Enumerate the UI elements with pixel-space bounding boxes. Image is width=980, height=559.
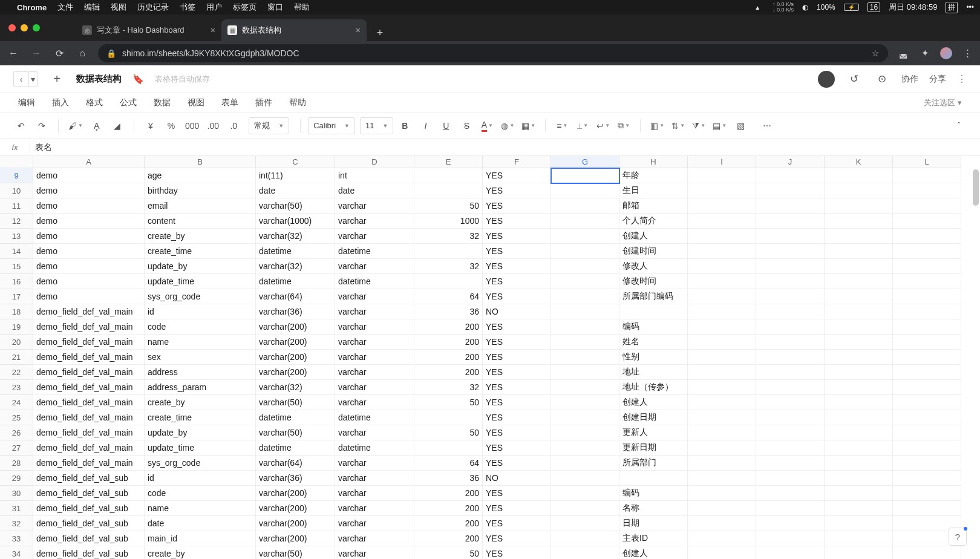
cell[interactable]: email	[145, 198, 256, 214]
extensions-icon[interactable]: ✦	[918, 48, 932, 59]
cell[interactable]: demo_field_def_val_main	[33, 350, 145, 365]
back-button[interactable]: ←	[6, 48, 21, 59]
cell[interactable]: create_by	[145, 395, 256, 410]
cell[interactable]: date	[256, 183, 335, 198]
cell[interactable]	[893, 365, 961, 380]
cell[interactable]	[688, 365, 756, 380]
forward-button[interactable]: →	[29, 48, 44, 59]
cell[interactable]: YES	[483, 244, 551, 259]
cell[interactable]: YES	[483, 501, 551, 516]
decrease-decimal-button[interactable]: .0	[224, 117, 243, 135]
row-header[interactable]: 33	[0, 531, 33, 546]
cell[interactable]	[825, 471, 893, 486]
cell[interactable]	[893, 440, 961, 456]
cell[interactable]: varchar(200)	[256, 516, 335, 531]
cell[interactable]: datetime	[335, 410, 414, 425]
help-button[interactable]: ?	[949, 528, 967, 546]
cell[interactable]	[688, 289, 756, 304]
cell[interactable]: demo_field_def_val_sub	[33, 546, 145, 559]
cell[interactable]	[756, 214, 825, 229]
cell[interactable]: 200	[414, 365, 483, 380]
cell[interactable]: demo_field_def_val_sub	[33, 486, 145, 501]
cell[interactable]	[688, 259, 756, 274]
cell[interactable]	[688, 274, 756, 289]
cell[interactable]: YES	[483, 259, 551, 274]
cell[interactable]: YES	[483, 229, 551, 244]
cell[interactable]: varchar(32)	[256, 229, 335, 244]
cell[interactable]	[825, 365, 893, 380]
cell[interactable]: varchar	[335, 380, 414, 395]
ime-indicator[interactable]: 拼	[946, 2, 958, 13]
filter-button[interactable]: ⧩▼	[690, 117, 708, 135]
cell[interactable]: age	[145, 168, 256, 183]
cell[interactable]: update_by	[145, 259, 256, 274]
cell[interactable]: NO	[483, 304, 551, 319]
notification-icon[interactable]: ▲	[754, 4, 760, 11]
cell[interactable]: 编码	[619, 319, 688, 335]
cell[interactable]: 50	[414, 425, 483, 440]
cell[interactable]	[551, 471, 619, 486]
cell[interactable]: 邮箱	[619, 198, 688, 214]
cell[interactable]	[825, 440, 893, 456]
spreadsheet-grid[interactable]: ABCDEFGHIJKL9demoageint(11)intYES年龄10dem…	[0, 156, 980, 559]
doc-title[interactable]: 数据表结构	[76, 73, 122, 85]
cell[interactable]	[893, 425, 961, 440]
cell[interactable]: varchar(32)	[256, 259, 335, 274]
cell[interactable]: YES	[483, 319, 551, 335]
cell[interactable]	[688, 395, 756, 410]
cell[interactable]: varchar	[335, 456, 414, 471]
cell[interactable]: varchar	[335, 471, 414, 486]
cell[interactable]: demo	[33, 259, 145, 274]
cell[interactable]	[551, 425, 619, 440]
cell[interactable]	[756, 365, 825, 380]
menubar-item[interactable]: 窗口	[267, 2, 283, 13]
cell[interactable]	[688, 214, 756, 229]
cell[interactable]	[825, 486, 893, 501]
cell[interactable]: 更新人	[619, 425, 688, 440]
row-header[interactable]: 30	[0, 486, 33, 501]
cell[interactable]	[551, 319, 619, 335]
cell[interactable]: 200	[414, 335, 483, 350]
row-header[interactable]: 23	[0, 380, 33, 395]
column-header[interactable]: H	[619, 156, 688, 168]
bookmark-star-icon[interactable]: ☆	[872, 48, 880, 58]
column-header[interactable]: L	[893, 156, 961, 168]
menubar-item[interactable]: 历史记录	[137, 2, 169, 13]
cell[interactable]	[756, 546, 825, 559]
cell[interactable]: demo	[33, 198, 145, 214]
vertical-align-button[interactable]: ⟂▼	[573, 117, 592, 135]
cell[interactable]: YES	[483, 410, 551, 425]
cell[interactable]	[825, 410, 893, 425]
cell[interactable]	[893, 259, 961, 274]
undo-button[interactable]: ↶	[12, 117, 30, 135]
row-header[interactable]: 25	[0, 410, 33, 425]
cell[interactable]: varchar	[335, 335, 414, 350]
cell[interactable]	[893, 546, 961, 559]
cell[interactable]	[551, 456, 619, 471]
cell[interactable]	[893, 244, 961, 259]
cell[interactable]: int(11)	[256, 168, 335, 183]
cell[interactable]: YES	[483, 486, 551, 501]
cell[interactable]	[688, 486, 756, 501]
cell[interactable]	[756, 183, 825, 198]
cell[interactable]: demo	[33, 183, 145, 198]
cell[interactable]: demo_field_def_val_main	[33, 319, 145, 335]
cell[interactable]	[756, 244, 825, 259]
cell[interactable]	[551, 380, 619, 395]
cell[interactable]	[825, 501, 893, 516]
reload-button[interactable]: ⟳	[52, 48, 67, 59]
cell[interactable]	[756, 168, 825, 183]
cell[interactable]: 创建人	[619, 395, 688, 410]
cell[interactable]: varchar(50)	[256, 425, 335, 440]
italic-button[interactable]: I	[416, 117, 434, 135]
user-avatar[interactable]	[818, 71, 835, 88]
horizontal-align-button[interactable]: ≡▼	[553, 117, 571, 135]
cell[interactable]: YES	[483, 350, 551, 365]
cell[interactable]: update_by	[145, 425, 256, 440]
cell[interactable]: YES	[483, 365, 551, 380]
insert-button[interactable]: ▤▼	[710, 117, 729, 135]
cell[interactable]: varchar	[335, 214, 414, 229]
percent-button[interactable]: %	[162, 117, 180, 135]
cell[interactable]	[688, 410, 756, 425]
row-header[interactable]: 11	[0, 198, 33, 214]
